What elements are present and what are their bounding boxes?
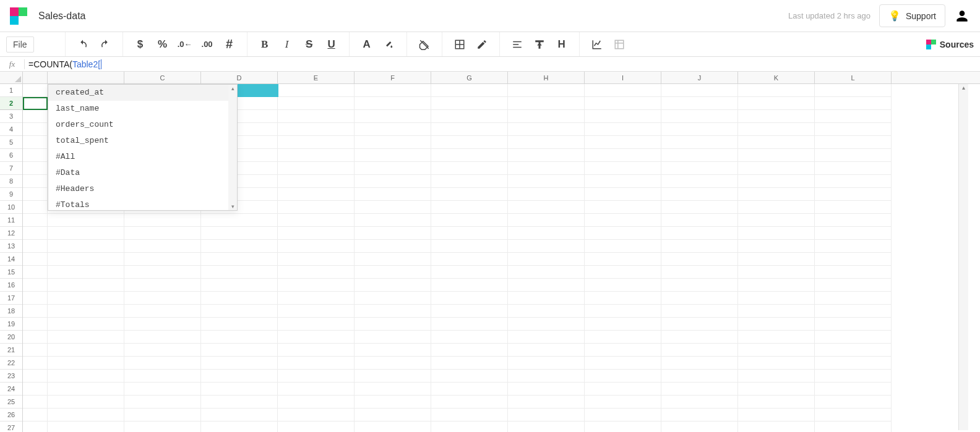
cell[interactable] — [355, 292, 431, 305]
align-vertical-button[interactable] — [528, 35, 551, 54]
cell[interactable] — [431, 292, 508, 305]
cell[interactable] — [23, 110, 48, 123]
cell[interactable] — [278, 279, 355, 292]
cell[interactable] — [661, 227, 738, 240]
cell[interactable] — [124, 279, 201, 292]
number-format-button[interactable]: # — [218, 35, 241, 54]
cell[interactable] — [815, 240, 892, 253]
cell[interactable] — [738, 292, 815, 305]
autocomplete-item[interactable]: total_spent — [48, 133, 237, 149]
cell[interactable] — [23, 421, 48, 432]
cell[interactable] — [661, 201, 738, 214]
cell[interactable] — [661, 344, 738, 357]
cell[interactable] — [201, 396, 278, 409]
cell[interactable] — [585, 279, 661, 292]
column-header[interactable]: H — [508, 72, 585, 84]
cell[interactable] — [23, 396, 48, 409]
cell[interactable] — [23, 331, 48, 344]
cell[interactable] — [201, 292, 278, 305]
cell[interactable] — [585, 201, 661, 214]
cell[interactable] — [585, 149, 661, 162]
cell[interactable] — [48, 253, 124, 266]
cell[interactable] — [508, 318, 585, 331]
cell[interactable] — [508, 214, 585, 227]
cell[interactable] — [355, 305, 431, 318]
row-header[interactable]: 27 — [0, 421, 22, 432]
cell[interactable] — [278, 162, 355, 175]
cell[interactable] — [278, 357, 355, 370]
cell[interactable] — [738, 188, 815, 201]
cell[interactable] — [355, 370, 431, 383]
column-header[interactable]: G — [431, 72, 508, 84]
cell[interactable] — [431, 149, 508, 162]
cell[interactable] — [508, 97, 585, 110]
row-header[interactable]: 12 — [0, 227, 22, 240]
cell[interactable] — [508, 162, 585, 175]
cell[interactable] — [48, 214, 124, 227]
cell[interactable] — [585, 331, 661, 344]
cell[interactable] — [431, 266, 508, 279]
cell[interactable] — [815, 136, 892, 149]
clear-format-button[interactable] — [413, 35, 436, 54]
cell[interactable] — [508, 370, 585, 383]
cell[interactable] — [508, 201, 585, 214]
scroll-up-icon[interactable]: ▴ — [231, 85, 234, 91]
cell[interactable] — [124, 305, 201, 318]
cell[interactable] — [431, 396, 508, 409]
cell[interactable] — [278, 396, 355, 409]
cell[interactable] — [585, 421, 661, 432]
redo-button[interactable] — [94, 35, 116, 54]
cell[interactable] — [201, 331, 278, 344]
row-header[interactable]: 26 — [0, 409, 22, 421]
cell[interactable] — [355, 84, 431, 97]
cell[interactable] — [355, 227, 431, 240]
cell[interactable] — [585, 136, 661, 149]
cell[interactable] — [278, 175, 355, 188]
cell[interactable] — [201, 370, 278, 383]
column-header-hidden-b[interactable] — [48, 72, 124, 84]
column-header[interactable]: J — [661, 72, 738, 84]
cell[interactable] — [201, 318, 278, 331]
cell[interactable] — [661, 97, 738, 110]
row-header[interactable]: 24 — [0, 383, 22, 396]
cell[interactable] — [355, 188, 431, 201]
cell[interactable] — [355, 110, 431, 123]
row-header[interactable]: 6 — [0, 149, 22, 162]
currency-button[interactable]: $ — [129, 35, 152, 54]
cell[interactable] — [23, 370, 48, 383]
cell[interactable] — [48, 370, 124, 383]
row-header[interactable]: 19 — [0, 318, 22, 331]
column-header[interactable]: L — [815, 72, 892, 84]
cell[interactable] — [431, 201, 508, 214]
cell[interactable] — [355, 201, 431, 214]
cell[interactable] — [508, 110, 585, 123]
percent-button[interactable]: % — [152, 35, 174, 54]
cell[interactable] — [48, 240, 124, 253]
cell[interactable] — [661, 136, 738, 149]
cell[interactable] — [585, 84, 661, 97]
cell[interactable] — [815, 149, 892, 162]
cell[interactable] — [23, 214, 48, 227]
cell[interactable] — [124, 214, 201, 227]
column-header[interactable]: C — [124, 72, 201, 84]
cell[interactable] — [431, 227, 508, 240]
cell[interactable] — [431, 175, 508, 188]
cell[interactable] — [23, 305, 48, 318]
cell[interactable] — [508, 188, 585, 201]
text-color-button[interactable]: A — [356, 35, 378, 54]
cell[interactable] — [278, 227, 355, 240]
row-header[interactable]: 3 — [0, 110, 22, 123]
cell[interactable] — [661, 266, 738, 279]
cell[interactable] — [48, 318, 124, 331]
cell[interactable] — [278, 331, 355, 344]
cell[interactable] — [661, 331, 738, 344]
scroll-down-icon[interactable]: ▾ — [231, 203, 234, 210]
cell[interactable] — [661, 318, 738, 331]
cell[interactable] — [278, 201, 355, 214]
cell[interactable] — [278, 292, 355, 305]
cell[interactable] — [815, 123, 892, 136]
cell[interactable] — [738, 162, 815, 175]
cell[interactable] — [124, 240, 201, 253]
cell[interactable] — [738, 136, 815, 149]
cell[interactable] — [355, 318, 431, 331]
